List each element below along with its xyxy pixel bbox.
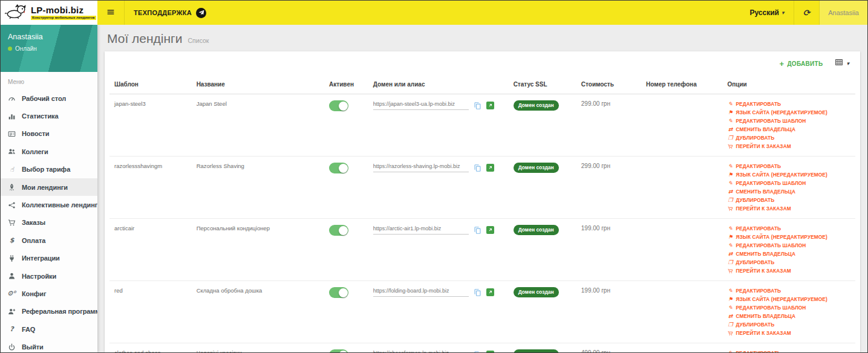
- add-landing-button[interactable]: + ДОБАВИТЬ: [780, 59, 823, 68]
- active-toggle[interactable]: [329, 225, 348, 236]
- option-edit-template[interactable]: ✎РЕДАКТИРОВАТЬ ШАБЛОН: [727, 305, 850, 311]
- sidebar-item[interactable]: Выйти: [1, 338, 97, 352]
- logo[interactable]: LP-mobi.biz Конструктор мобильных лендин…: [1, 1, 97, 25]
- active-toggle[interactable]: [329, 287, 348, 298]
- option-label: РЕДАКТИРОВАТЬ: [736, 101, 781, 107]
- open-site-icon[interactable]: [486, 288, 494, 296]
- option-label: СМЕНИТЬ ВЛАДЕЛЬЦА: [736, 313, 795, 319]
- plus-icon: +: [780, 59, 785, 68]
- option-edit[interactable]: ✎РЕДАКТИРОВАТЬ: [727, 101, 850, 107]
- name-cell: Складна обробна дошка: [192, 281, 324, 343]
- option-edit[interactable]: ✎РЕДАКТИРОВАТЬ: [727, 288, 850, 294]
- sidebar-item[interactable]: Настройки: [1, 267, 97, 285]
- option-edit-template[interactable]: ✎РЕДАКТИРОВАТЬ ШАБЛОН: [727, 242, 850, 248]
- sidebar-item[interactable]: ⚙⚙ Конфиг: [1, 285, 97, 302]
- sidebar-item-label: Выбор тарифа: [22, 166, 70, 173]
- sidebar-item-icon: ⚙⚙: [7, 290, 16, 297]
- cart-icon: [727, 144, 733, 149]
- option-go-to-orders[interactable]: ПЕРЕЙТИ К ЗАКАЗАМ: [727, 143, 850, 149]
- option-change-owner[interactable]: ⇄СМЕНИТЬ ВЛАДЕЛЬЦА: [727, 126, 850, 132]
- cart-icon: [727, 331, 733, 336]
- option-site-language[interactable]: ⚑ЯЗЫК САЙТА (НЕРЕДАКТИРУЕМОЕ): [727, 296, 850, 302]
- sidebar-item[interactable]: $ Оплата: [1, 232, 97, 249]
- open-site-icon[interactable]: [486, 102, 494, 109]
- user-account-button[interactable]: Anastasiia: [820, 1, 867, 25]
- cart-icon: [727, 206, 733, 212]
- open-site-icon[interactable]: [486, 351, 494, 352]
- edit-icon: ✎: [727, 350, 733, 352]
- option-change-owner[interactable]: ⇄СМЕНИТЬ ВЛАДЕЛЬЦА: [727, 251, 850, 257]
- option-site-language[interactable]: ⚑ЯЗЫК САЙТА (НЕРЕДАКТИРУЕМОЕ): [727, 109, 850, 115]
- username: Anastasiia: [828, 9, 859, 16]
- option-edit[interactable]: ✎РЕДАКТИРОВАТЬ: [727, 350, 850, 352]
- option-label: СМЕНИТЬ ВЛАДЕЛЬЦА: [736, 251, 795, 257]
- domain-input[interactable]: [373, 288, 469, 297]
- online-status-icon: [8, 47, 12, 51]
- sidebar-item-icon: [7, 272, 16, 280]
- copy-domain-icon[interactable]: [474, 288, 481, 297]
- options-cell: ✎РЕДАКТИРОВАТЬ ⚑ЯЗЫК САЙТА (НЕРЕДАКТИРУЕ…: [727, 349, 850, 352]
- active-toggle[interactable]: [329, 100, 348, 111]
- open-site-icon[interactable]: [486, 164, 494, 172]
- option-duplicate[interactable]: ❐ДУБЛИРОВАТЬ: [727, 197, 850, 203]
- option-duplicate[interactable]: ❐ДУБЛИРОВАТЬ: [727, 259, 850, 265]
- domain-input[interactable]: [373, 101, 469, 110]
- domain-input[interactable]: [373, 163, 469, 172]
- copy-domain-icon[interactable]: [474, 351, 481, 353]
- option-change-owner[interactable]: ⇄СМЕНИТЬ ВЛАДЕЛЬЦА: [727, 189, 850, 195]
- option-edit[interactable]: ✎РЕДАКТИРОВАТЬ: [727, 163, 850, 169]
- sidebar-item[interactable]: ? FAQ: [1, 320, 97, 338]
- sidebar-item[interactable]: Статистика: [1, 107, 97, 125]
- menu-toggle-button[interactable]: [97, 1, 124, 25]
- sidebar-item[interactable]: Рабочий стол: [1, 89, 97, 107]
- table-row: clothes and shoes Чоловічі кросівки: [109, 343, 855, 353]
- sidebar-item[interactable]: ☝ Выбор тарифа: [1, 161, 97, 178]
- sidebar-item[interactable]: Коллективные лендинги: [1, 196, 97, 213]
- option-change-owner[interactable]: ⇄СМЕНИТЬ ВЛАДЕЛЬЦА: [727, 313, 850, 319]
- refresh-button[interactable]: ⟳: [794, 1, 820, 25]
- chevron-down-icon: ▾: [846, 60, 849, 66]
- copy-domain-icon[interactable]: [474, 226, 481, 235]
- option-site-language[interactable]: ⚑ЯЗЫК САЙТА (НЕРЕДАКТИРУЕМОЕ): [727, 234, 850, 240]
- option-edit-template[interactable]: ✎РЕДАКТИРОВАТЬ ШАБЛОН: [727, 180, 850, 186]
- copy-domain-icon[interactable]: [474, 164, 481, 172]
- domain-input[interactable]: [373, 350, 469, 352]
- cart-icon: [727, 268, 733, 274]
- option-go-to-orders[interactable]: ПЕРЕЙТИ К ЗАКАЗАМ: [727, 330, 850, 336]
- column-header: Опции: [722, 76, 855, 94]
- active-toggle[interactable]: [329, 163, 348, 173]
- support-button[interactable]: ТЕХПОДДЕРЖКА: [125, 1, 215, 25]
- chevron-down-icon: ▾: [782, 10, 785, 16]
- sidebar-item[interactable]: Интеграции: [1, 250, 97, 267]
- option-duplicate[interactable]: ❐ДУБЛИРОВАТЬ: [727, 135, 850, 141]
- option-go-to-orders[interactable]: ПЕРЕЙТИ К ЗАКАЗАМ: [727, 206, 850, 212]
- sidebar-item[interactable]: Заказы: [1, 214, 97, 232]
- option-duplicate[interactable]: ❐ДУБЛИРОВАТЬ: [727, 322, 850, 328]
- sidebar-item[interactable]: Коллеги: [1, 143, 97, 160]
- sidebar-item-label: Конфиг: [22, 290, 46, 297]
- open-site-icon[interactable]: [486, 226, 494, 234]
- edit-template-icon: ✎: [727, 118, 733, 124]
- view-mode-dropdown[interactable]: ▾: [835, 58, 849, 69]
- option-edit-template[interactable]: ✎РЕДАКТИРОВАТЬ ШАБЛОН: [727, 118, 850, 124]
- sidebar-item[interactable]: Реферальная программа: [1, 303, 97, 320]
- domain-input[interactable]: [373, 225, 469, 235]
- option-site-language[interactable]: ⚑ЯЗЫК САЙТА (НЕРЕДАКТИРУЕМОЕ): [727, 172, 850, 178]
- exchange-icon: ⇄: [727, 251, 733, 257]
- option-label: ДУБЛИРОВАТЬ: [736, 259, 774, 265]
- option-label: РЕДАКТИРОВАТЬ ШАБЛОН: [736, 118, 806, 124]
- language-dropdown[interactable]: Русский ▾: [740, 1, 793, 25]
- sidebar-item[interactable]: Новости: [1, 125, 97, 143]
- price-cell: 299.00 грн: [576, 157, 641, 219]
- option-edit[interactable]: ✎РЕДАКТИРОВАТЬ: [727, 225, 850, 232]
- phone-cell: [641, 343, 722, 353]
- template-cell: japan-steel3: [109, 94, 192, 157]
- option-go-to-orders[interactable]: ПЕРЕЙТИ К ЗАКАЗАМ: [727, 268, 850, 274]
- active-toggle[interactable]: [329, 349, 348, 352]
- copy-domain-icon[interactable]: [474, 102, 481, 110]
- sidebar-item-label: Выйти: [22, 343, 44, 351]
- ssl-status-badge: Домен создан: [514, 100, 559, 111]
- column-header: Активен: [324, 76, 368, 94]
- sidebar-item[interactable]: Мои лендинги: [1, 178, 97, 196]
- edit-icon: ✎: [727, 225, 733, 232]
